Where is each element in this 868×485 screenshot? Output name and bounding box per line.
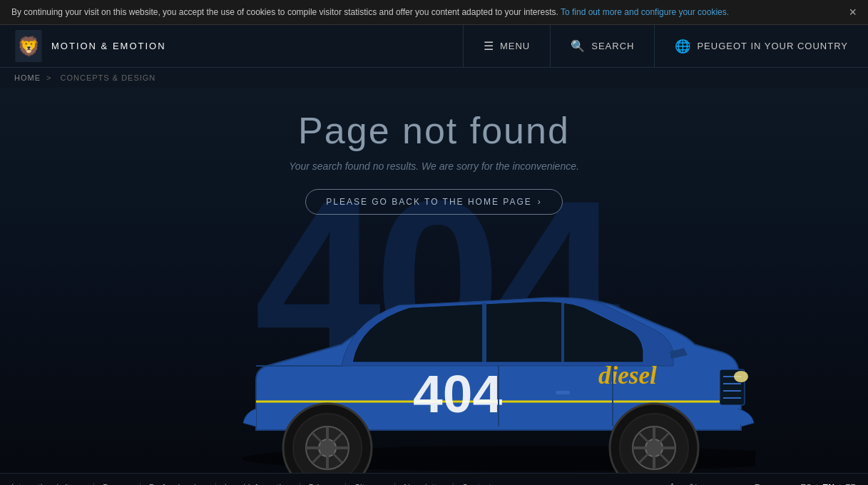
page-title: Page not found	[298, 109, 570, 152]
header-nav: ☰ MENU 🔍 SEARCH 🌐 PEUGEOT IN YOUR COUNTR…	[200, 25, 868, 67]
cookie-link[interactable]: To find out more and configure your cook…	[561, 7, 729, 17]
svg-text:diesel: diesel	[598, 362, 657, 389]
breadcrumb-separator: >	[46, 73, 51, 82]
footer-link-item[interactable]: International sites▾	[11, 483, 94, 486]
brand-tagline: MOTION & EMOTION	[51, 41, 166, 51]
menu-button[interactable]: ☰ MENU	[463, 25, 550, 67]
footer: International sites▾Press▾Professionals▾…	[0, 473, 868, 485]
footer-link-item[interactable]: Press▾	[94, 483, 141, 486]
country-selector-button[interactable]: 🌐 PEUGEOT IN YOUR COUNTRY	[654, 25, 868, 67]
search-label: SEARCH	[591, 41, 634, 51]
breadcrumb: HOME > CONCEPTS & DESIGN	[0, 68, 868, 88]
country-label: PEUGEOT IN YOUR COUNTRY	[697, 41, 848, 51]
breadcrumb-current: CONCEPTS & DESIGN	[61, 73, 156, 82]
svg-rect-13	[556, 391, 570, 394]
instagram-icon[interactable]: ◎	[772, 482, 786, 486]
search-icon: 🔍	[571, 39, 586, 53]
pinterest-icon[interactable]: P	[750, 482, 765, 486]
language-option-es[interactable]: ES	[800, 483, 812, 486]
footer-link-item[interactable]: Privacy	[300, 483, 346, 486]
cta-arrow: ›	[538, 197, 542, 207]
cookie-banner: By continuing your visit on this website…	[0, 0, 868, 25]
language-option-fr[interactable]: FR	[845, 483, 857, 486]
go-home-button[interactable]: PLEASE GO BACK TO THE HOME PAGE ›	[305, 189, 563, 215]
header: 🦁 MOTION & EMOTION ☰ MENU 🔍 SEARCH 🌐 PEU…	[0, 25, 868, 68]
hamburger-icon: ☰	[484, 39, 494, 53]
search-button[interactable]: 🔍 SEARCH	[550, 25, 654, 67]
footer-links: International sites▾Press▾Professionals▾…	[11, 483, 500, 486]
facebook-icon[interactable]: f	[665, 482, 679, 486]
car-illustration: 404 diesel	[113, 216, 755, 473]
cta-label: PLEASE GO BACK TO THE HOME PAGE	[326, 197, 532, 207]
main-content: 404 Page not found Your search found no …	[0, 88, 868, 473]
car-svg: 404 diesel	[113, 216, 755, 473]
peugeot-logo-icon: 🦁	[14, 30, 43, 62]
svg-text:🦁: 🦁	[17, 35, 41, 58]
twitter-icon[interactable]: 𝕏	[686, 482, 700, 486]
cookie-close-button[interactable]: ×	[849, 5, 857, 20]
globe-icon: 🌐	[675, 39, 691, 54]
menu-label: MENU	[500, 41, 530, 51]
language-option-en[interactable]: EN	[822, 483, 834, 486]
svg-point-10	[734, 371, 748, 382]
footer-link-item[interactable]: Contact	[454, 483, 500, 486]
cookie-text: By continuing your visit on this website…	[11, 7, 558, 17]
language-separator: |	[816, 483, 818, 486]
footer-link-item[interactable]: Legal Information	[216, 483, 300, 486]
google-plus-icon[interactable]: g+	[729, 482, 743, 486]
footer-link-item[interactable]: Professionals▾	[141, 483, 216, 486]
svg-text:404: 404	[413, 364, 502, 424]
page-subtitle: Your search found no results. We are sor…	[289, 160, 579, 172]
footer-right: f𝕏▶g+P◎ES|EN|FR	[665, 482, 857, 486]
breadcrumb-home[interactable]: HOME	[14, 73, 41, 82]
footer-link-item[interactable]: Newsletter	[395, 483, 454, 486]
language-separator: |	[839, 483, 841, 486]
footer-link-item[interactable]: Sitemap	[346, 483, 395, 486]
youtube-icon[interactable]: ▶	[708, 482, 722, 486]
language-switcher: ES|EN|FR	[800, 483, 857, 486]
logo-area: 🦁 MOTION & EMOTION	[0, 25, 200, 67]
